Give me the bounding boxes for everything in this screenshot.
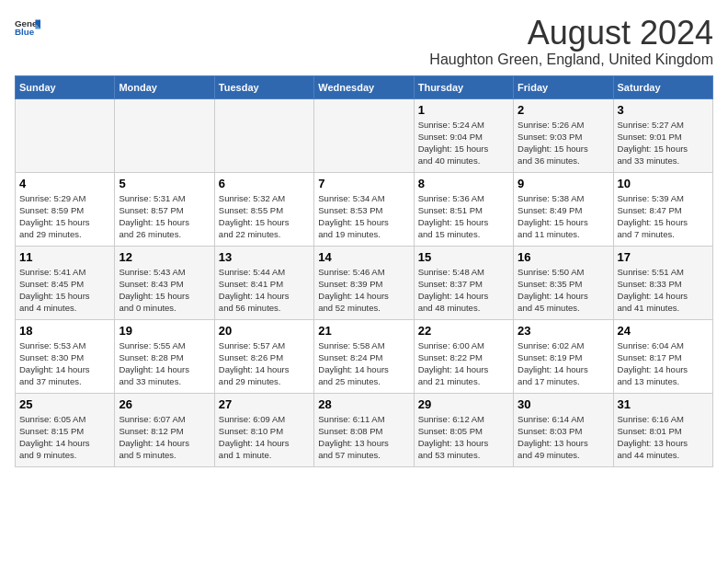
day-number: 25 bbox=[19, 397, 110, 411]
logo: General Blue bbox=[15, 15, 40, 40]
calendar-cell: 22Sunrise: 6:00 AM Sunset: 8:22 PM Dayli… bbox=[414, 319, 513, 393]
day-number: 19 bbox=[119, 324, 210, 338]
day-number: 3 bbox=[618, 103, 709, 117]
day-number: 28 bbox=[318, 397, 409, 411]
logo-icon: General Blue bbox=[15, 15, 40, 40]
day-header-saturday: Saturday bbox=[613, 75, 712, 98]
calendar-cell: 23Sunrise: 6:02 AM Sunset: 8:19 PM Dayli… bbox=[514, 319, 613, 393]
day-number: 8 bbox=[418, 177, 509, 190]
calendar-cell: 6Sunrise: 5:32 AM Sunset: 8:55 PM Daylig… bbox=[214, 172, 313, 246]
day-info: Sunrise: 5:44 AM Sunset: 8:41 PM Dayligh… bbox=[219, 266, 310, 315]
calendar-cell: 25Sunrise: 6:05 AM Sunset: 8:15 PM Dayli… bbox=[16, 393, 115, 466]
day-number: 14 bbox=[318, 250, 409, 264]
calendar-table: SundayMondayTuesdayWednesdayThursdayFrid… bbox=[15, 75, 713, 467]
day-info: Sunrise: 6:14 AM Sunset: 8:03 PM Dayligh… bbox=[518, 413, 609, 462]
day-info: Sunrise: 6:00 AM Sunset: 8:22 PM Dayligh… bbox=[418, 339, 509, 388]
day-number: 1 bbox=[418, 103, 509, 117]
day-info: Sunrise: 5:31 AM Sunset: 8:57 PM Dayligh… bbox=[119, 192, 210, 241]
day-number: 11 bbox=[19, 250, 110, 264]
day-info: Sunrise: 6:16 AM Sunset: 8:01 PM Dayligh… bbox=[618, 413, 709, 462]
day-info: Sunrise: 5:41 AM Sunset: 8:45 PM Dayligh… bbox=[19, 266, 110, 315]
day-info: Sunrise: 5:36 AM Sunset: 8:51 PM Dayligh… bbox=[418, 192, 509, 241]
calendar-cell: 3Sunrise: 5:27 AM Sunset: 9:01 PM Daylig… bbox=[613, 98, 712, 172]
calendar-cell: 9Sunrise: 5:38 AM Sunset: 8:49 PM Daylig… bbox=[514, 172, 613, 246]
day-info: Sunrise: 6:07 AM Sunset: 8:12 PM Dayligh… bbox=[119, 413, 210, 462]
calendar-cell: 11Sunrise: 5:41 AM Sunset: 8:45 PM Dayli… bbox=[16, 246, 115, 319]
calendar-header-row: SundayMondayTuesdayWednesdayThursdayFrid… bbox=[16, 75, 713, 98]
day-info: Sunrise: 5:58 AM Sunset: 8:24 PM Dayligh… bbox=[318, 339, 409, 388]
day-number: 26 bbox=[119, 397, 210, 411]
day-info: Sunrise: 5:32 AM Sunset: 8:55 PM Dayligh… bbox=[219, 192, 310, 241]
day-info: Sunrise: 5:29 AM Sunset: 8:59 PM Dayligh… bbox=[19, 192, 110, 241]
page-header: General Blue August 2024 Haughton Green,… bbox=[15, 15, 713, 68]
day-header-friday: Friday bbox=[514, 75, 613, 98]
calendar-cell: 1Sunrise: 5:24 AM Sunset: 9:04 PM Daylig… bbox=[414, 98, 513, 172]
calendar-cell: 31Sunrise: 6:16 AM Sunset: 8:01 PM Dayli… bbox=[613, 393, 712, 466]
day-info: Sunrise: 5:38 AM Sunset: 8:49 PM Dayligh… bbox=[518, 192, 609, 241]
calendar-cell: 18Sunrise: 5:53 AM Sunset: 8:30 PM Dayli… bbox=[16, 319, 115, 393]
calendar-cell: 14Sunrise: 5:46 AM Sunset: 8:39 PM Dayli… bbox=[314, 246, 414, 319]
calendar-cell: 20Sunrise: 5:57 AM Sunset: 8:26 PM Dayli… bbox=[214, 319, 313, 393]
calendar-cell: 2Sunrise: 5:26 AM Sunset: 9:03 PM Daylig… bbox=[514, 98, 613, 172]
day-number: 31 bbox=[618, 397, 709, 411]
calendar-cell: 10Sunrise: 5:39 AM Sunset: 8:47 PM Dayli… bbox=[613, 172, 712, 246]
day-number: 9 bbox=[518, 177, 609, 190]
day-number: 10 bbox=[618, 177, 709, 190]
day-header-sunday: Sunday bbox=[16, 75, 115, 98]
day-info: Sunrise: 5:26 AM Sunset: 9:03 PM Dayligh… bbox=[518, 119, 609, 167]
calendar-cell: 26Sunrise: 6:07 AM Sunset: 8:12 PM Dayli… bbox=[115, 393, 214, 466]
calendar-cell: 15Sunrise: 5:48 AM Sunset: 8:37 PM Dayli… bbox=[414, 246, 513, 319]
calendar-cell: 29Sunrise: 6:12 AM Sunset: 8:05 PM Dayli… bbox=[414, 393, 513, 466]
day-info: Sunrise: 6:12 AM Sunset: 8:05 PM Dayligh… bbox=[418, 413, 509, 462]
calendar-cell: 21Sunrise: 5:58 AM Sunset: 8:24 PM Dayli… bbox=[314, 319, 414, 393]
calendar-cell: 28Sunrise: 6:11 AM Sunset: 8:08 PM Dayli… bbox=[314, 393, 414, 466]
day-info: Sunrise: 5:55 AM Sunset: 8:28 PM Dayligh… bbox=[119, 339, 210, 388]
day-number: 16 bbox=[518, 250, 609, 264]
day-number: 30 bbox=[518, 397, 609, 411]
subtitle: Haughton Green, England, United Kingdom bbox=[429, 52, 713, 68]
calendar-cell: 30Sunrise: 6:14 AM Sunset: 8:03 PM Dayli… bbox=[514, 393, 613, 466]
day-info: Sunrise: 5:46 AM Sunset: 8:39 PM Dayligh… bbox=[318, 266, 409, 315]
day-info: Sunrise: 5:24 AM Sunset: 9:04 PM Dayligh… bbox=[418, 119, 509, 167]
calendar-cell: 13Sunrise: 5:44 AM Sunset: 8:41 PM Dayli… bbox=[214, 246, 313, 319]
day-info: Sunrise: 5:50 AM Sunset: 8:35 PM Dayligh… bbox=[518, 266, 609, 315]
day-header-tuesday: Tuesday bbox=[214, 75, 313, 98]
day-header-wednesday: Wednesday bbox=[314, 75, 414, 98]
day-info: Sunrise: 5:53 AM Sunset: 8:30 PM Dayligh… bbox=[19, 339, 110, 388]
day-number: 18 bbox=[19, 324, 110, 338]
day-info: Sunrise: 5:48 AM Sunset: 8:37 PM Dayligh… bbox=[418, 266, 509, 315]
day-number: 15 bbox=[418, 250, 509, 264]
day-number: 29 bbox=[418, 397, 509, 411]
day-info: Sunrise: 6:11 AM Sunset: 8:08 PM Dayligh… bbox=[318, 413, 409, 462]
day-number: 22 bbox=[418, 324, 509, 338]
day-number: 17 bbox=[618, 250, 709, 264]
calendar-cell: 5Sunrise: 5:31 AM Sunset: 8:57 PM Daylig… bbox=[115, 172, 214, 246]
day-info: Sunrise: 6:04 AM Sunset: 8:17 PM Dayligh… bbox=[618, 339, 709, 388]
calendar-cell: 7Sunrise: 5:34 AM Sunset: 8:53 PM Daylig… bbox=[314, 172, 414, 246]
day-info: Sunrise: 6:02 AM Sunset: 8:19 PM Dayligh… bbox=[518, 339, 609, 388]
main-title: August 2024 bbox=[429, 15, 713, 52]
day-header-thursday: Thursday bbox=[414, 75, 513, 98]
calendar-cell bbox=[214, 98, 313, 172]
calendar-week-row: 11Sunrise: 5:41 AM Sunset: 8:45 PM Dayli… bbox=[16, 246, 713, 319]
calendar-cell: 24Sunrise: 6:04 AM Sunset: 8:17 PM Dayli… bbox=[613, 319, 712, 393]
day-number: 23 bbox=[518, 324, 609, 338]
day-info: Sunrise: 5:57 AM Sunset: 8:26 PM Dayligh… bbox=[219, 339, 310, 388]
calendar-cell bbox=[115, 98, 214, 172]
calendar-week-row: 25Sunrise: 6:05 AM Sunset: 8:15 PM Dayli… bbox=[16, 393, 713, 466]
day-info: Sunrise: 5:34 AM Sunset: 8:53 PM Dayligh… bbox=[318, 192, 409, 241]
day-number: 20 bbox=[219, 324, 310, 338]
day-number: 2 bbox=[518, 103, 609, 117]
calendar-cell: 4Sunrise: 5:29 AM Sunset: 8:59 PM Daylig… bbox=[16, 172, 115, 246]
day-info: Sunrise: 5:51 AM Sunset: 8:33 PM Dayligh… bbox=[618, 266, 709, 315]
day-info: Sunrise: 6:09 AM Sunset: 8:10 PM Dayligh… bbox=[219, 413, 310, 462]
calendar-week-row: 1Sunrise: 5:24 AM Sunset: 9:04 PM Daylig… bbox=[16, 98, 713, 172]
calendar-week-row: 18Sunrise: 5:53 AM Sunset: 8:30 PM Dayli… bbox=[16, 319, 713, 393]
calendar-cell: 19Sunrise: 5:55 AM Sunset: 8:28 PM Dayli… bbox=[115, 319, 214, 393]
calendar-cell: 12Sunrise: 5:43 AM Sunset: 8:43 PM Dayli… bbox=[115, 246, 214, 319]
day-number: 21 bbox=[318, 324, 409, 338]
calendar-cell bbox=[16, 98, 115, 172]
day-number: 7 bbox=[318, 177, 409, 190]
calendar-cell: 27Sunrise: 6:09 AM Sunset: 8:10 PM Dayli… bbox=[214, 393, 313, 466]
calendar-cell: 8Sunrise: 5:36 AM Sunset: 8:51 PM Daylig… bbox=[414, 172, 513, 246]
